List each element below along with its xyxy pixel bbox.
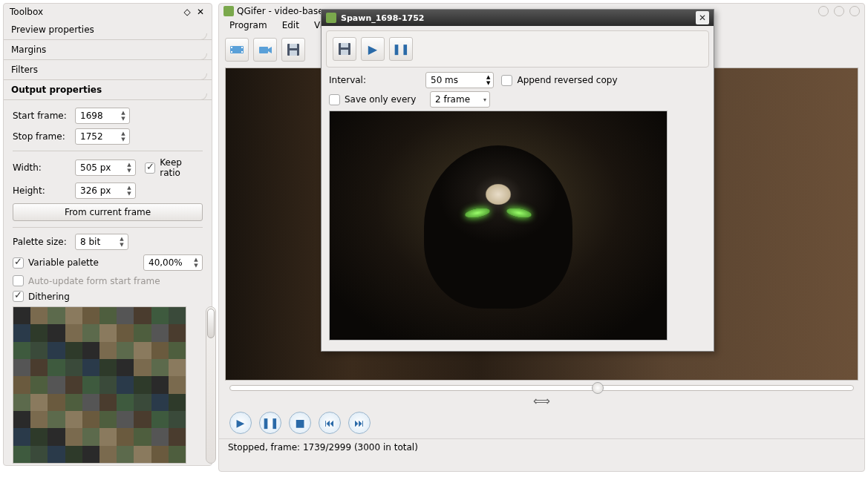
svg-rect-1 — [231, 47, 232, 48]
section-filters[interactable]: Filters — [4, 60, 212, 80]
undock-icon[interactable]: ◇ — [182, 7, 192, 17]
save-button[interactable] — [281, 38, 305, 62]
start-frame-spinbox[interactable]: ▲▼ — [75, 108, 130, 124]
svg-rect-4 — [241, 51, 243, 53]
auto-update-label: Auto-update form start frame — [28, 276, 160, 286]
play-button[interactable]: ▶ — [229, 412, 252, 434]
keep-ratio-checkbox[interactable] — [145, 162, 155, 174]
section-label: Preview properties — [11, 24, 94, 35]
spin-down-icon[interactable]: ▼ — [125, 168, 134, 174]
height-label: Height: — [13, 185, 71, 196]
play-icon: ▶ — [368, 42, 377, 56]
dialog-titlebar[interactable]: Spawn_1698-1752 ✕ — [322, 10, 714, 26]
spin-up-icon[interactable]: ▲ — [119, 131, 128, 136]
svg-rect-11 — [341, 43, 348, 47]
dialog-close-button[interactable]: ✕ — [696, 11, 709, 24]
app-icon — [326, 13, 336, 23]
append-reversed-label: Append reversed copy — [517, 75, 617, 85]
stop-frame-label: Stop frame: — [13, 131, 71, 142]
spin-down-icon[interactable]: ▼ — [119, 116, 128, 122]
section-margins[interactable]: Margins — [4, 40, 212, 60]
from-current-frame-button[interactable]: From current frame — [13, 203, 203, 221]
status-text: Stopped, frame: 1739/2999 (3000 in total… — [228, 442, 418, 453]
save-only-every-label: Save only every — [345, 94, 416, 105]
variable-palette-pct-input[interactable] — [149, 257, 190, 268]
dialog-toolbar: ▶ ❚❚ — [326, 30, 709, 68]
width-spinbox[interactable]: ▲▼ — [75, 159, 136, 176]
preview-dialog: Spawn_1698-1752 ✕ ▶ ❚❚ Interval: 50 ms ▲… — [321, 9, 714, 352]
close-icon[interactable] — [849, 6, 860, 16]
variable-palette-checkbox[interactable] — [13, 257, 24, 269]
dialog-save-button[interactable] — [333, 37, 356, 61]
range-handle-icon[interactable]: ⟺ — [533, 394, 550, 408]
auto-update-checkbox — [13, 275, 24, 286]
dialog-play-button[interactable]: ▶ — [361, 37, 385, 61]
seek-slider[interactable] — [229, 385, 854, 391]
spin-up-icon[interactable]: ▲ — [117, 236, 126, 242]
dialog-pause-button[interactable]: ❚❚ — [389, 37, 413, 61]
dithering-checkbox[interactable] — [13, 291, 24, 302]
prev-frame-button[interactable]: ⏮ — [319, 412, 341, 434]
palette-size-label: Palette size: — [13, 237, 71, 247]
spin-down-icon[interactable]: ▼ — [117, 242, 126, 248]
interval-spinbox[interactable]: 50 ms ▲▼ — [425, 72, 494, 88]
film-icon — [229, 42, 245, 58]
height-spinbox[interactable]: ▲▼ — [75, 182, 136, 199]
save-only-every-checkbox[interactable] — [329, 94, 340, 105]
menu-program[interactable]: Program — [223, 19, 273, 32]
section-output-properties[interactable]: Output properties — [4, 80, 212, 100]
toolbox-title: Toolbox — [10, 7, 179, 17]
section-label: Margins — [11, 45, 46, 55]
append-reversed-checkbox[interactable] — [501, 75, 512, 86]
palette-size-spinbox[interactable]: ▲▼ — [75, 234, 128, 250]
spin-down-icon[interactable]: ▼ — [192, 263, 200, 269]
variable-palette-label: Variable palette — [28, 257, 99, 268]
svg-rect-5 — [259, 47, 268, 53]
camera-icon — [257, 42, 273, 58]
dialog-title: Spawn_1698-1752 — [341, 13, 691, 23]
close-icon[interactable]: ✕ — [195, 7, 206, 17]
spin-down-icon[interactable]: ▼ — [486, 80, 490, 86]
save-only-every-select[interactable]: 2 frame ▾ — [430, 91, 490, 108]
palette-scrollbar[interactable] — [206, 306, 216, 464]
width-input[interactable] — [80, 162, 123, 173]
spin-down-icon[interactable]: ▼ — [125, 191, 134, 197]
spin-up-icon[interactable]: ▲ — [486, 74, 490, 80]
toolbox-titlebar: Toolbox ◇ ✕ — [4, 4, 212, 20]
minimize-icon[interactable] — [818, 6, 829, 16]
start-frame-input[interactable] — [80, 111, 117, 121]
floppy-icon — [336, 41, 353, 57]
next-frame-button[interactable]: ⏭ — [348, 412, 371, 434]
svg-rect-2 — [231, 51, 232, 53]
chevron-down-icon: ▾ — [483, 96, 486, 103]
pause-button[interactable]: ❚❚ — [259, 412, 281, 434]
app-icon — [223, 6, 234, 16]
height-input[interactable] — [80, 185, 123, 196]
stop-frame-input[interactable] — [80, 131, 117, 142]
spin-up-icon[interactable]: ▲ — [125, 185, 134, 191]
section-preview-properties[interactable]: Preview properties — [4, 20, 212, 40]
variable-palette-pct-spinbox[interactable]: ▲▼ — [143, 254, 203, 271]
seek-thumb[interactable] — [592, 382, 604, 394]
preview-figure — [424, 145, 572, 309]
palette-size-input[interactable] — [80, 237, 116, 247]
menu-edit[interactable]: Edit — [276, 19, 305, 32]
palette-preview — [13, 306, 186, 464]
output-properties-body: Start frame: ▲▼ Stop frame: ▲▼ Width: ▲▼… — [4, 100, 212, 471]
spin-up-icon[interactable]: ▲ — [125, 162, 134, 168]
playback-controls: ▶ ❚❚ ■ ⏮ ⏭ — [219, 407, 864, 438]
floppy-icon — [285, 42, 301, 58]
scrollbar-thumb[interactable] — [207, 309, 215, 338]
record-button[interactable] — [253, 38, 277, 62]
spin-down-icon[interactable]: ▼ — [119, 136, 128, 142]
width-label: Width: — [13, 162, 71, 173]
open-video-button[interactable] — [225, 38, 249, 62]
stop-button[interactable]: ■ — [289, 412, 311, 434]
dithering-label: Dithering — [28, 292, 70, 302]
stop-frame-spinbox[interactable]: ▲▼ — [75, 128, 130, 145]
svg-rect-12 — [341, 50, 348, 55]
save-only-every-value: 2 frame — [435, 94, 470, 105]
spin-up-icon[interactable]: ▲ — [119, 110, 128, 116]
maximize-icon[interactable] — [834, 6, 844, 16]
spin-up-icon[interactable]: ▲ — [192, 257, 200, 263]
